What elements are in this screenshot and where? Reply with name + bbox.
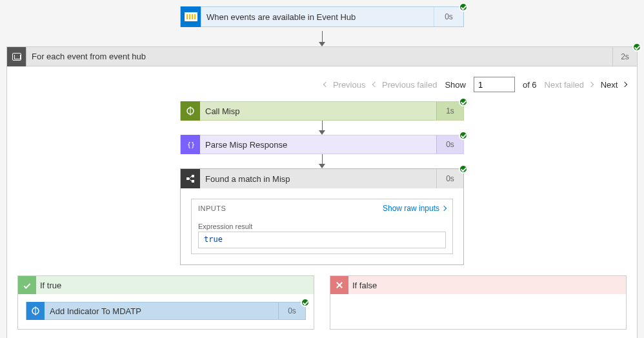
chevron-left-icon	[323, 82, 328, 87]
svg-line-6	[189, 176, 192, 179]
pager-previous-failed-label: Previous failed	[382, 80, 437, 90]
branch-true: If true Add Indicator To MDATP 0s	[17, 275, 314, 330]
x-icon	[330, 276, 348, 294]
pager-previous-failed[interactable]: Previous failed	[373, 80, 437, 90]
iteration-pager: Previous Previous failed Show of 6 Next …	[17, 77, 627, 92]
success-badge-icon	[301, 298, 310, 307]
arrow-down-icon	[6, 31, 638, 46]
condition-label: Found a match in Misp	[200, 174, 436, 184]
condition-icon	[181, 169, 200, 188]
chevron-left-icon	[372, 82, 377, 87]
condition-header[interactable]: Found a match in Misp 0s	[181, 169, 463, 188]
foreach-label: For each event from event hub	[26, 52, 612, 61]
foreach-container: For each event from event hub 2s Previou…	[6, 46, 638, 338]
json-icon: {}	[181, 135, 200, 154]
api-icon	[181, 101, 200, 121]
branch-false-header[interactable]: If false	[330, 276, 626, 294]
arrow-down-icon	[322, 121, 323, 135]
step-parse-misp[interactable]: {} Parse Misp Response 0s	[180, 135, 464, 154]
event-hub-icon	[181, 6, 201, 27]
chevron-right-icon	[588, 82, 593, 87]
success-badge-icon	[459, 97, 468, 106]
pager-previous[interactable]: Previous	[324, 80, 365, 90]
check-icon	[18, 276, 36, 294]
step-call-misp-label: Call Misp	[200, 106, 436, 116]
chevron-right-icon	[622, 82, 627, 87]
api-icon	[26, 302, 45, 320]
foreach-header[interactable]: For each event from event hub 2s	[7, 47, 637, 66]
pager-next[interactable]: Next	[601, 80, 627, 90]
pager-next-failed-label: Next failed	[545, 80, 584, 90]
success-badge-icon	[459, 131, 468, 140]
success-badge-icon	[459, 164, 468, 174]
svg-rect-4	[192, 175, 194, 177]
pager-next-label: Next	[601, 80, 618, 90]
svg-rect-5	[192, 180, 194, 183]
pager-next-failed[interactable]: Next failed	[545, 80, 593, 90]
expression-result-label: Expression result	[198, 223, 446, 230]
expression-result-value: true	[198, 232, 446, 248]
svg-rect-3	[186, 177, 189, 180]
loop-icon	[7, 47, 26, 66]
svg-line-7	[189, 179, 192, 181]
chevron-right-icon	[441, 206, 447, 211]
step-parse-misp-label: Parse Misp Response	[200, 140, 436, 150]
trigger-duration: 0s	[434, 7, 463, 26]
pager-previous-label: Previous	[333, 80, 366, 90]
success-badge-icon	[632, 43, 641, 52]
pager-of-label: of 6	[523, 80, 537, 90]
success-badge-icon	[459, 3, 468, 12]
show-raw-inputs-link[interactable]: Show raw inputs	[383, 204, 446, 213]
arrow-down-icon	[322, 154, 323, 168]
trigger-step[interactable]: When events are available in Event Hub 0…	[180, 6, 464, 27]
step-add-indicator[interactable]: Add Indicator To MDATP 0s	[26, 302, 306, 320]
step-add-indicator-label: Add Indicator To MDATP	[45, 306, 278, 316]
step-condition: Found a match in Misp 0s INPUTS Show raw…	[180, 168, 464, 265]
show-raw-label: Show raw inputs	[383, 204, 439, 213]
branch-true-label: If true	[36, 281, 61, 290]
branch-false: If false	[330, 275, 627, 330]
pager-show-label: Show	[445, 80, 466, 90]
branch-false-label: If false	[348, 281, 377, 290]
pager-current-input[interactable]	[474, 77, 515, 92]
branch-true-header[interactable]: If true	[18, 276, 314, 294]
step-call-misp[interactable]: Call Misp 1s	[180, 101, 464, 121]
trigger-label: When events are available in Event Hub	[201, 12, 434, 22]
inputs-title: INPUTS	[198, 204, 226, 212]
svg-text:{}: {}	[187, 141, 195, 148]
inputs-panel: INPUTS Show raw inputs Expression result…	[191, 199, 453, 254]
